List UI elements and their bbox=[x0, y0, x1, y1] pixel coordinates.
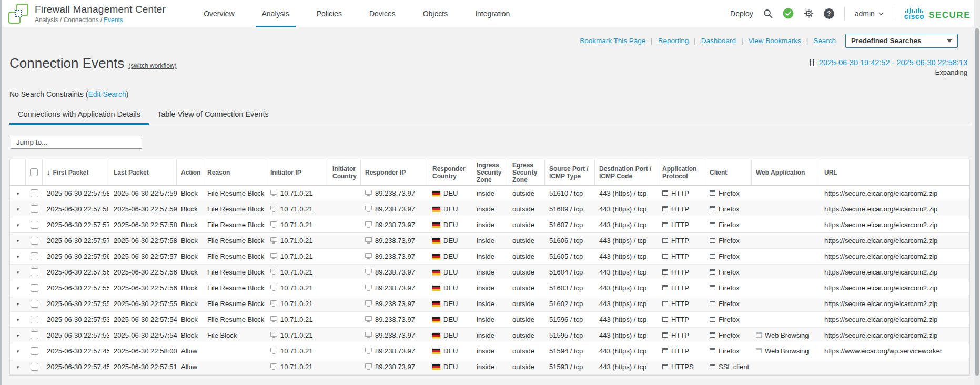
col-responder-ip[interactable]: Responder IP bbox=[361, 159, 428, 185]
cell-responder-country: DEU bbox=[428, 201, 472, 217]
col-url[interactable]: URL bbox=[820, 159, 969, 185]
help-icon[interactable]: ? bbox=[824, 8, 834, 19]
expand-row-icon: ▾ bbox=[17, 286, 19, 291]
predefined-searches-dropdown[interactable]: Predefined Searches bbox=[845, 34, 958, 48]
col-client[interactable]: Client bbox=[705, 159, 752, 185]
view-bookmarks-link[interactable]: View Bookmarks bbox=[748, 37, 813, 45]
expand-row-button[interactable]: ▾ bbox=[10, 328, 26, 343]
col-responder-country[interactable]: Responder Country bbox=[428, 159, 472, 185]
nav-overview[interactable]: Overview bbox=[190, 0, 248, 27]
cell-initiator-country bbox=[328, 217, 361, 232]
row-checkbox[interactable] bbox=[26, 217, 43, 232]
pause-icon[interactable] bbox=[810, 59, 814, 66]
search-link[interactable]: Search bbox=[813, 37, 836, 45]
cell-app-protocol: HTTP bbox=[658, 312, 705, 327]
bookmark-this-page-link[interactable]: Bookmark This Page bbox=[580, 37, 658, 45]
row-checkbox[interactable] bbox=[26, 312, 43, 327]
time-range-link[interactable]: 2025-06-30 19:42:52 - 2025-06-30 22:58:1… bbox=[819, 58, 967, 67]
fmc-logo-icon bbox=[8, 4, 28, 24]
cell-responder-ip: 89.238.73.97 bbox=[361, 296, 428, 311]
cell-last-packet: 2025-06-30 22:57:59 bbox=[109, 201, 177, 217]
col-ingress-security-zone[interactable]: Ingress Security Zone bbox=[472, 159, 508, 185]
tab-connections-with-application-details[interactable]: Connections with Application Details bbox=[9, 110, 149, 125]
nav-analysis[interactable]: Analysis bbox=[248, 0, 303, 27]
cell-dest-port: 443 (https) / tcp bbox=[595, 328, 658, 343]
row-checkbox[interactable] bbox=[26, 233, 43, 248]
client-icon bbox=[710, 348, 715, 353]
row-checkbox[interactable] bbox=[26, 249, 43, 264]
col-destination-port[interactable]: Destination Port / ICMP Code bbox=[595, 159, 658, 185]
cell-egress-zone: outside bbox=[508, 186, 545, 201]
cell-last-packet: 2025-06-30 22:57:59 bbox=[109, 186, 177, 201]
row-checkbox[interactable] bbox=[26, 201, 43, 217]
tab-table-view-of-connection-events[interactable]: Table View of Connection Events bbox=[149, 110, 277, 125]
cell-egress-zone: outside bbox=[508, 328, 545, 343]
table-row: ▾2025-06-30 22:57:452025-06-30 22:58:00A… bbox=[10, 343, 969, 359]
breadcrumb-current[interactable]: Events bbox=[104, 16, 123, 24]
col-egress-security-zone[interactable]: Egress Security Zone bbox=[508, 159, 545, 185]
expand-row-button[interactable]: ▾ bbox=[10, 265, 26, 280]
row-checkbox[interactable] bbox=[26, 328, 43, 343]
reporting-link[interactable]: Reporting bbox=[658, 37, 701, 45]
row-checkbox[interactable] bbox=[26, 296, 43, 311]
cell-app-protocol: HTTP bbox=[658, 265, 705, 280]
edit-search-link[interactable]: Edit Search bbox=[88, 90, 126, 98]
select-all-checkbox[interactable] bbox=[26, 159, 43, 185]
main-nav: Overview Analysis Policies Devices Objec… bbox=[190, 0, 523, 27]
cell-web-application bbox=[752, 280, 820, 296]
dashboard-link[interactable]: Dashboard bbox=[701, 37, 749, 45]
nav-policies[interactable]: Policies bbox=[303, 0, 356, 27]
expand-row-button[interactable]: ▾ bbox=[10, 233, 26, 248]
switch-workflow-link[interactable]: (switch workflow) bbox=[128, 62, 176, 69]
gear-icon[interactable] bbox=[804, 8, 814, 18]
nav-objects[interactable]: Objects bbox=[409, 0, 461, 27]
col-initiator-ip[interactable]: Initiator IP bbox=[266, 159, 328, 185]
expand-row-button[interactable]: ▾ bbox=[10, 217, 26, 232]
cell-client: Firefox bbox=[705, 343, 752, 359]
col-source-port[interactable]: Source Port / ICMP Type bbox=[545, 159, 595, 185]
row-checkbox[interactable] bbox=[26, 343, 43, 359]
expand-row-button[interactable]: ▾ bbox=[10, 312, 26, 327]
cell-web-application: Web Browsing bbox=[752, 343, 820, 359]
expand-row-icon: ▾ bbox=[17, 254, 19, 259]
expand-row-button[interactable]: ▾ bbox=[10, 296, 26, 311]
col-web-application[interactable]: Web Application bbox=[752, 159, 820, 185]
expand-row-button[interactable]: ▾ bbox=[10, 201, 26, 217]
col-first-packet[interactable]: ↓First Packet bbox=[43, 159, 109, 185]
col-initiator-country[interactable]: Initiator Country bbox=[328, 159, 361, 185]
col-application-protocol[interactable]: Application Protocol bbox=[658, 159, 705, 185]
scrollbar-thumb[interactable] bbox=[975, 28, 979, 376]
host-icon bbox=[365, 348, 372, 352]
col-reason[interactable]: Reason bbox=[203, 159, 266, 185]
row-checkbox[interactable] bbox=[26, 280, 43, 296]
row-checkbox[interactable] bbox=[26, 186, 43, 201]
row-checkbox[interactable] bbox=[26, 265, 43, 280]
cell-web-application: Web Browsing bbox=[752, 328, 820, 343]
chevron-down-icon bbox=[878, 12, 884, 15]
constraints-text-suffix: ) bbox=[126, 90, 129, 98]
expand-row-button[interactable]: ▾ bbox=[10, 249, 26, 264]
country-flag-deu-icon bbox=[432, 317, 440, 322]
cell-ingress-zone: inside bbox=[472, 186, 508, 201]
search-icon[interactable] bbox=[763, 9, 773, 18]
expand-row-button[interactable]: ▾ bbox=[10, 186, 26, 201]
expand-row-icon: ▾ bbox=[17, 349, 19, 354]
client-icon bbox=[710, 332, 715, 338]
row-checkbox[interactable] bbox=[26, 359, 43, 374]
col-action[interactable]: Action bbox=[177, 159, 203, 185]
expand-row-button[interactable]: ▾ bbox=[10, 359, 26, 374]
user-menu[interactable]: admin bbox=[855, 9, 884, 18]
cell-first-packet: 2025-06-30 22:57:58 bbox=[43, 201, 109, 217]
cell-web-application bbox=[752, 296, 820, 311]
col-last-packet[interactable]: Last Packet bbox=[109, 159, 177, 185]
expand-row-button[interactable]: ▾ bbox=[10, 343, 26, 359]
cell-dest-port: 443 (https) / tcp bbox=[595, 217, 658, 232]
jump-to-dropdown[interactable]: Jump to... bbox=[11, 136, 142, 149]
cell-initiator-ip: 10.71.0.21 bbox=[266, 328, 328, 343]
nav-integration[interactable]: Integration bbox=[461, 0, 523, 27]
deploy-button[interactable]: Deploy bbox=[730, 9, 753, 18]
expand-row-button[interactable]: ▾ bbox=[10, 280, 26, 296]
country-flag-deu-icon bbox=[432, 333, 440, 338]
nav-devices[interactable]: Devices bbox=[356, 0, 409, 27]
deploy-status-check-icon[interactable] bbox=[783, 8, 794, 19]
